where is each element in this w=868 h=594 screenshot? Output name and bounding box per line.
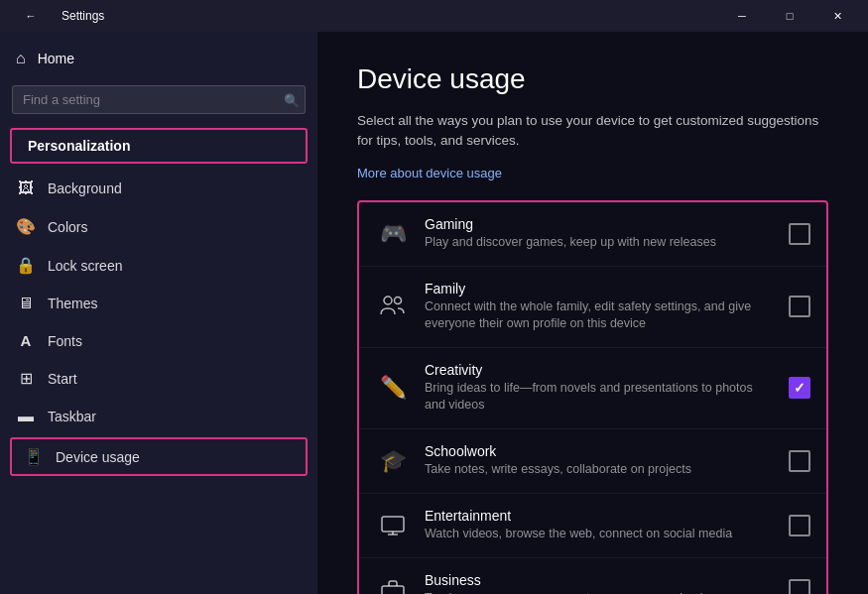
- close-button[interactable]: ✕: [814, 0, 860, 32]
- schoolwork-title: Schoolwork: [425, 443, 775, 459]
- sidebar-item-label-taskbar: Taskbar: [48, 409, 96, 424]
- entertainment-text: Entertainment Watch videos, browse the w…: [425, 508, 775, 543]
- maximize-button[interactable]: □: [767, 0, 812, 32]
- more-link[interactable]: More about device usage: [357, 166, 502, 180]
- option-row-gaming: 🎮 Gaming Play and discover games, keep u…: [359, 202, 826, 267]
- option-row-family: Family Connect with the whole family, ed…: [359, 267, 826, 348]
- sidebar: ⌂ Home 🔍 Personalization 🖼 Background 🎨 …: [0, 32, 317, 594]
- business-desc: Track expenses, manage customers, run yo…: [425, 590, 775, 594]
- search-icon[interactable]: 🔍: [284, 92, 300, 107]
- titlebar-controls: ─ □ ✕: [719, 0, 860, 32]
- schoolwork-desc: Take notes, write essays, collaborate on…: [425, 461, 775, 479]
- sidebar-item-taskbar[interactable]: ▬ Taskbar: [0, 398, 317, 435]
- sidebar-item-background[interactable]: 🖼 Background: [0, 170, 317, 207]
- sidebar-item-label-device-usage: Device usage: [56, 449, 140, 465]
- svg-point-0: [384, 297, 392, 304]
- device-usage-icon: 📱: [24, 447, 44, 466]
- family-checkbox[interactable]: [789, 296, 810, 317]
- sidebar-item-label-lock-screen: Lock screen: [48, 258, 122, 274]
- family-text: Family Connect with the whole family, ed…: [425, 281, 775, 333]
- app-container: ⌂ Home 🔍 Personalization 🖼 Background 🎨 …: [0, 32, 868, 594]
- gaming-text: Gaming Play and discover games, keep up …: [425, 216, 775, 252]
- colors-icon: 🎨: [16, 217, 36, 236]
- sidebar-item-label-fonts: Fonts: [48, 333, 82, 349]
- entertainment-desc: Watch videos, browse the web, connect on…: [425, 526, 775, 543]
- sidebar-home-item[interactable]: ⌂ Home: [0, 40, 317, 77]
- sidebar-item-label-background: Background: [48, 180, 122, 196]
- sidebar-item-label-start: Start: [48, 371, 77, 387]
- gaming-desc: Play and discover games, keep up with ne…: [425, 234, 775, 252]
- lock-screen-icon: 🔒: [16, 256, 36, 275]
- business-text: Business Track expenses, manage customer…: [425, 572, 775, 594]
- search-box: 🔍: [12, 85, 306, 114]
- page-description: Select all the ways you plan to use your…: [357, 111, 828, 152]
- gaming-checkbox[interactable]: [789, 223, 810, 245]
- entertainment-checkbox[interactable]: [789, 515, 810, 536]
- minimize-button[interactable]: ─: [719, 0, 765, 32]
- svg-rect-2: [382, 517, 404, 532]
- option-row-creativity: ✏️ Creativity Bring ideas to life—from n…: [359, 348, 826, 429]
- business-checkbox[interactable]: [789, 579, 810, 595]
- family-title: Family: [425, 281, 775, 297]
- background-icon: 🖼: [16, 179, 36, 197]
- entertainment-title: Entertainment: [425, 508, 775, 524]
- sidebar-item-label-themes: Themes: [48, 296, 98, 311]
- business-icon: [375, 572, 411, 595]
- svg-rect-5: [382, 586, 404, 595]
- sidebar-item-fonts[interactable]: A Fonts: [0, 322, 317, 359]
- themes-icon: 🖥: [16, 295, 36, 312]
- start-icon: ⊞: [16, 369, 36, 388]
- titlebar: ← Settings ─ □ ✕: [0, 0, 868, 32]
- gaming-icon: 🎮: [375, 216, 411, 252]
- sidebar-section-label: Personalization: [10, 128, 308, 164]
- sidebar-home-label: Home: [38, 51, 74, 66]
- sidebar-item-themes[interactable]: 🖥 Themes: [0, 285, 317, 322]
- taskbar-icon: ▬: [16, 408, 36, 425]
- sidebar-item-device-usage[interactable]: 📱 Device usage: [10, 437, 308, 476]
- fonts-icon: A: [16, 332, 36, 349]
- entertainment-icon: [375, 508, 411, 543]
- family-desc: Connect with the whole family, edit safe…: [425, 298, 775, 333]
- option-row-schoolwork: 🎓 Schoolwork Take notes, write essays, c…: [359, 429, 826, 494]
- option-row-entertainment: Entertainment Watch videos, browse the w…: [359, 494, 826, 558]
- business-title: Business: [425, 572, 775, 588]
- creativity-checkbox[interactable]: [789, 377, 810, 399]
- content-area: Device usage Select all the ways you pla…: [317, 32, 868, 594]
- option-row-business: Business Track expenses, manage customer…: [359, 558, 826, 595]
- titlebar-title: Settings: [62, 9, 104, 23]
- creativity-title: Creativity: [425, 362, 775, 378]
- gaming-title: Gaming: [425, 216, 775, 232]
- page-title: Device usage: [357, 63, 828, 95]
- family-icon: [375, 289, 411, 324]
- svg-point-1: [395, 297, 402, 304]
- schoolwork-text: Schoolwork Take notes, write essays, col…: [425, 443, 775, 479]
- titlebar-left: ← Settings: [0, 0, 104, 32]
- search-input[interactable]: [12, 85, 306, 114]
- sidebar-item-label-colors: Colors: [48, 219, 87, 235]
- sidebar-item-colors[interactable]: 🎨 Colors: [0, 207, 317, 246]
- back-button[interactable]: ←: [8, 0, 54, 32]
- home-icon: ⌂: [16, 50, 26, 67]
- creativity-text: Creativity Bring ideas to life—from nove…: [425, 362, 775, 415]
- sidebar-item-lock-screen[interactable]: 🔒 Lock screen: [0, 246, 317, 285]
- creativity-icon: ✏️: [375, 370, 411, 406]
- schoolwork-checkbox[interactable]: [789, 450, 810, 472]
- creativity-desc: Bring ideas to life—from novels and pres…: [425, 380, 775, 415]
- schoolwork-icon: 🎓: [375, 443, 411, 479]
- options-container: 🎮 Gaming Play and discover games, keep u…: [357, 200, 828, 595]
- sidebar-item-start[interactable]: ⊞ Start: [0, 359, 317, 398]
